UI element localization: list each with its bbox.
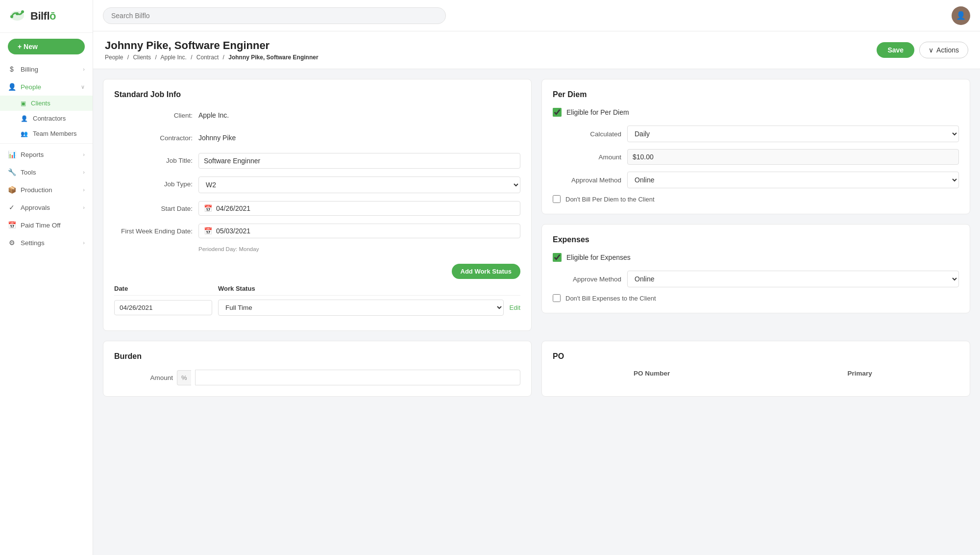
first-week-wrap[interactable]: 📅 bbox=[198, 224, 520, 238]
breadcrumb: People / Clients / Apple Inc. / Contract… bbox=[105, 54, 318, 61]
user-avatar[interactable]: 👤 bbox=[952, 6, 970, 25]
dont-bill-expenses-row: Don't Bill Expenses to the Client bbox=[553, 294, 959, 302]
sidebar-item-people[interactable]: 👤 People ∨ bbox=[0, 78, 93, 96]
sidebar-item-tools[interactable]: 🔧 Tools › bbox=[0, 163, 93, 181]
eligible-per-diem-row: Eligible for Per Diem bbox=[553, 108, 959, 117]
amount-label: Amount bbox=[553, 153, 621, 161]
dont-bill-per-diem-checkbox[interactable] bbox=[553, 195, 561, 203]
client-value: Apple Inc. bbox=[198, 108, 520, 123]
add-work-status-button[interactable]: Add Work Status bbox=[452, 264, 521, 279]
first-week-input[interactable] bbox=[216, 227, 515, 235]
first-week-row: First Week Ending Date: 📅 bbox=[114, 224, 520, 238]
page-header: Johnny Pike, Software Enginner People / … bbox=[93, 31, 980, 69]
job-type-select[interactable]: W2 1099 Corp-to-Corp bbox=[198, 177, 520, 193]
ws-edit-link[interactable]: Edit bbox=[510, 304, 520, 311]
breadcrumb-clients[interactable]: Clients bbox=[133, 54, 151, 61]
production-chevron: › bbox=[83, 187, 85, 193]
approval-method-row: Approval Method Online Manual bbox=[553, 172, 959, 188]
sidebar-reports-label: Reports bbox=[21, 151, 44, 158]
sidebar-item-pto[interactable]: 📅 Paid Time Off bbox=[0, 216, 93, 234]
expenses-card: Expenses Eligible for Expenses Approve M… bbox=[541, 224, 970, 313]
start-date-input[interactable] bbox=[216, 204, 515, 212]
burden-amount-label: Amount bbox=[114, 374, 173, 381]
approve-method-select[interactable]: Online Manual bbox=[627, 271, 959, 287]
approvals-chevron: › bbox=[83, 204, 85, 210]
cards-grid: Standard Job Info Client: Apple Inc. Con… bbox=[103, 79, 970, 397]
client-row: Client: Apple Inc. bbox=[114, 108, 520, 123]
team-icon: 👥 bbox=[21, 130, 28, 137]
job-title-input[interactable] bbox=[198, 153, 520, 169]
save-button[interactable]: Save bbox=[877, 42, 914, 58]
po-card: PO PO Number Primary bbox=[541, 341, 970, 397]
reports-icon: 📊 bbox=[8, 151, 16, 158]
billing-chevron: › bbox=[83, 66, 85, 72]
eligible-per-diem-checkbox[interactable] bbox=[553, 108, 562, 117]
work-status-header: Add Work Status bbox=[114, 264, 520, 279]
amount-value: $10.00 bbox=[627, 149, 959, 165]
sidebar-item-team-members[interactable]: 👥 Team Members bbox=[0, 126, 93, 141]
start-date-wrap[interactable]: 📅 bbox=[198, 201, 520, 216]
logo: Bilflō bbox=[0, 0, 93, 33]
dont-bill-per-diem-row: Don't Bill Per Diem to the Client bbox=[553, 195, 959, 203]
ws-date-header: Date bbox=[114, 285, 212, 292]
burden-pct-symbol: % bbox=[177, 370, 191, 385]
ws-status-select[interactable]: Full Time Part Time On Leave Terminated bbox=[218, 300, 504, 316]
ws-date-input[interactable] bbox=[114, 300, 212, 315]
calculated-select[interactable]: Daily Weekly Monthly bbox=[627, 126, 959, 142]
svg-point-1 bbox=[10, 15, 13, 18]
sidebar-item-production[interactable]: 📦 Production › bbox=[0, 181, 93, 199]
sidebar-item-clients[interactable]: ▣ Clients bbox=[0, 96, 93, 111]
new-button[interactable]: + New bbox=[8, 39, 85, 54]
eligible-expenses-checkbox[interactable] bbox=[553, 253, 562, 262]
pto-icon: 📅 bbox=[8, 221, 16, 229]
job-type-row: Job Type: W2 1099 Corp-to-Corp bbox=[114, 177, 520, 193]
topbar: 👤 bbox=[93, 0, 980, 31]
contractor-value: Johnny Pike bbox=[198, 130, 520, 145]
right-column: Per Diem Eligible for Per Diem Calculate… bbox=[541, 79, 970, 331]
production-icon: 📦 bbox=[8, 186, 16, 194]
page-header-left: Johnny Pike, Software Enginner People / … bbox=[105, 39, 318, 61]
tools-icon: 🔧 bbox=[8, 168, 16, 176]
settings-icon: ⚙ bbox=[8, 239, 16, 247]
standard-job-info-title: Standard Job Info bbox=[114, 90, 520, 99]
breadcrumb-contract[interactable]: Contract bbox=[196, 54, 219, 61]
ws-status-header: Work Status bbox=[218, 285, 520, 292]
burden-card: Burden Amount % bbox=[103, 341, 532, 397]
people-icon: 👤 bbox=[8, 83, 16, 91]
actions-button[interactable]: ∨ Actions bbox=[919, 42, 968, 58]
logo-text: Bilflō bbox=[30, 10, 56, 23]
contractor-row: Contractor: Johnny Pike bbox=[114, 130, 520, 145]
approval-method-select[interactable]: Online Manual bbox=[627, 172, 959, 188]
breadcrumb-current: Johnny Pike, Software Enginner bbox=[228, 54, 318, 61]
sidebar-item-billing[interactable]: $ Billing › bbox=[0, 60, 93, 78]
standard-job-info-card: Standard Job Info Client: Apple Inc. Con… bbox=[103, 79, 532, 331]
breadcrumb-apple[interactable]: Apple Inc. bbox=[160, 54, 186, 61]
job-title-row: Job Title: bbox=[114, 153, 520, 169]
sidebar-item-settings[interactable]: ⚙ Settings › bbox=[0, 234, 93, 252]
search-input[interactable] bbox=[103, 7, 446, 24]
sidebar: Bilflō + New $ Billing › 👤 People ∨ ▣ Cl… bbox=[0, 0, 93, 555]
sidebar-item-contractors[interactable]: 👤 Contractors bbox=[0, 111, 93, 126]
per-diem-card: Per Diem Eligible for Per Diem Calculate… bbox=[541, 79, 970, 214]
sidebar-pto-label: Paid Time Off bbox=[21, 222, 61, 229]
page-title: Johnny Pike, Software Enginner bbox=[105, 39, 318, 52]
eligible-expenses-row: Eligible for Expenses bbox=[553, 253, 959, 262]
job-type-label: Job Type: bbox=[114, 177, 193, 188]
sidebar-contractors-label: Contractors bbox=[33, 115, 66, 122]
burden-amount-input[interactable] bbox=[195, 370, 520, 385]
svg-point-3 bbox=[21, 10, 24, 13]
breadcrumb-people[interactable]: People bbox=[105, 54, 123, 61]
sidebar-item-reports[interactable]: 📊 Reports › bbox=[0, 146, 93, 163]
dont-bill-expenses-checkbox[interactable] bbox=[553, 294, 561, 302]
header-actions: Save ∨ Actions bbox=[877, 42, 968, 58]
expenses-title: Expenses bbox=[553, 235, 959, 244]
start-date-label: Start Date: bbox=[114, 201, 193, 212]
settings-chevron: › bbox=[83, 240, 85, 246]
calendar-icon: 📅 bbox=[204, 204, 212, 212]
sidebar-tools-label: Tools bbox=[21, 169, 36, 176]
billing-icon: $ bbox=[8, 65, 16, 73]
tools-chevron: › bbox=[83, 169, 85, 175]
dont-bill-per-diem-label: Don't Bill Per Diem to the Client bbox=[565, 196, 655, 203]
sidebar-item-approvals[interactable]: ✓ Approvals › bbox=[0, 199, 93, 216]
sidebar-clients-label: Clients bbox=[31, 100, 50, 107]
